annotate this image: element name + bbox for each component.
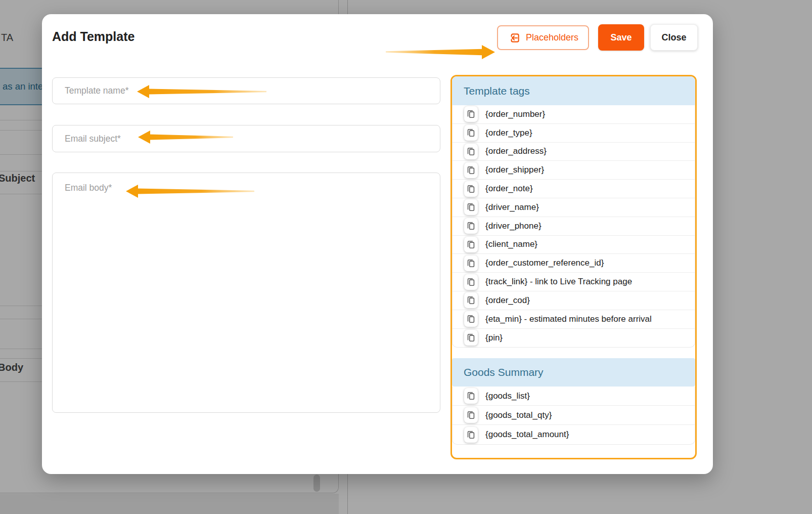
- annotation-arrow-placeholders: [386, 44, 495, 61]
- copy-button[interactable]: [464, 181, 478, 197]
- copy-icon: [466, 295, 476, 305]
- tag-row: {goods_list}: [453, 387, 695, 406]
- copy-button[interactable]: [464, 144, 478, 159]
- page-background: TA as an inte Subject Body Add Template: [0, 0, 812, 514]
- copy-icon: [466, 128, 476, 138]
- modal-title: Add Template: [52, 29, 134, 44]
- copy-icon: [466, 165, 476, 175]
- copy-icon: [466, 202, 476, 212]
- tag-row: {client_name}: [453, 236, 695, 254]
- placeholders-button[interactable]: Placeholders: [497, 25, 589, 50]
- close-button-label: Close: [661, 32, 686, 43]
- copy-icon: [466, 314, 476, 324]
- save-button-label: Save: [610, 32, 631, 43]
- copy-button[interactable]: [464, 274, 478, 290]
- template-tags-header: Template tags: [452, 76, 695, 105]
- tag-label: {order_cod}: [485, 295, 530, 306]
- copy-button[interactable]: [464, 407, 478, 423]
- copy-button[interactable]: [464, 162, 478, 178]
- tag-row: {goods_total_qty}: [453, 406, 695, 425]
- tag-label: {order_address}: [485, 146, 547, 156]
- tag-row: {order_number}: [453, 105, 695, 124]
- copy-button[interactable]: [464, 330, 478, 346]
- copy-button[interactable]: [464, 292, 478, 308]
- copy-icon: [466, 109, 476, 119]
- copy-icon: [466, 430, 476, 440]
- tag-row: {order_type}: [453, 124, 695, 143]
- tag-row: {pin}: [453, 329, 695, 348]
- copy-button[interactable]: [464, 388, 478, 404]
- copy-button[interactable]: [464, 199, 478, 215]
- copy-button[interactable]: [464, 311, 478, 327]
- tag-label: {order_number}: [485, 109, 545, 119]
- copy-button[interactable]: [464, 255, 478, 271]
- tag-label: {order_note}: [485, 184, 533, 194]
- tag-label: {eta_min} - estimated minutes before arr…: [485, 314, 652, 324]
- copy-icon: [466, 391, 476, 401]
- tag-row: {driver_name}: [453, 198, 695, 217]
- copy-icon: [466, 259, 476, 268]
- tag-row: {driver_phone}: [453, 217, 695, 236]
- copy-button[interactable]: [464, 125, 478, 141]
- insert-placeholder-icon: [508, 31, 521, 45]
- tag-label: {track_link} - link to Live Tracking pag…: [485, 277, 632, 287]
- template-name-input[interactable]: [52, 77, 440, 104]
- tag-row: {order_address}: [453, 143, 695, 161]
- tag-row: {track_link} - link to Live Tracking pag…: [453, 273, 695, 291]
- copy-icon: [466, 221, 476, 231]
- copy-button[interactable]: [464, 237, 478, 252]
- copy-icon: [466, 184, 476, 194]
- copy-icon: [466, 333, 476, 342]
- tag-row: {order_customer_reference_id}: [453, 254, 695, 273]
- tag-label: {client_name}: [485, 239, 537, 249]
- email-body-textarea[interactable]: [52, 173, 440, 413]
- tag-label: {pin}: [485, 333, 503, 343]
- tag-row: {order_shipper}: [453, 161, 695, 180]
- tag-label: {order_type}: [485, 128, 532, 138]
- copy-button[interactable]: [464, 218, 478, 234]
- tag-row: {order_cod}: [453, 291, 695, 310]
- copy-icon: [466, 147, 476, 156]
- tag-label: {goods_total_amount}: [485, 430, 569, 440]
- tag-label: {goods_list}: [485, 391, 530, 401]
- tag-label: {order_customer_reference_id}: [485, 258, 604, 268]
- save-button[interactable]: Save: [598, 24, 644, 51]
- tag-label: {goods_total_qty}: [485, 410, 552, 420]
- goods-summary-header: Goods Summary: [452, 358, 695, 387]
- copy-icon: [466, 410, 476, 420]
- tag-label: {driver_name}: [485, 202, 539, 212]
- tag-label: {order_shipper}: [485, 165, 544, 175]
- tag-row: {order_note}: [453, 180, 695, 198]
- template-tags-panel: Template tags {order_number} {order_type…: [450, 75, 697, 459]
- copy-icon: [466, 277, 476, 287]
- tag-row: {eta_min} - estimated minutes before arr…: [453, 310, 695, 329]
- copy-button[interactable]: [464, 106, 478, 122]
- copy-button[interactable]: [464, 427, 478, 443]
- goods-summary-list: {goods_list} {goods_total_qty} {goods_to…: [452, 387, 695, 445]
- add-template-modal: Add Template Placeholders Save: [42, 14, 713, 474]
- email-subject-input[interactable]: [52, 125, 440, 152]
- copy-icon: [466, 240, 476, 249]
- tag-row: {goods_total_amount}: [453, 425, 695, 444]
- template-tags-list: {order_number} {order_type} {order_addre…: [452, 105, 695, 348]
- tag-label: {driver_phone}: [485, 221, 542, 231]
- placeholders-button-label: Placeholders: [526, 32, 578, 43]
- close-button[interactable]: Close: [650, 24, 698, 51]
